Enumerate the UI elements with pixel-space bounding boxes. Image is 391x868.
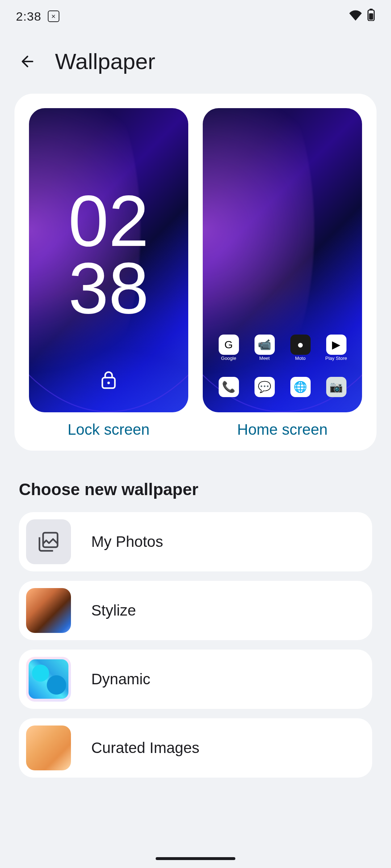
home-screen-preview[interactable]: GGoogle 📹Meet ●Moto ▶Play Store 📞 💬 🌐 📷 … — [203, 108, 362, 438]
status-bar: 2:38 × — [0, 0, 391, 33]
lock-clock: 02 38 — [29, 187, 188, 322]
app-icon: ● — [290, 335, 311, 355]
app-icon: G — [219, 335, 239, 355]
section-heading: Choose new wallpaper — [0, 451, 391, 512]
gesture-nav-bar[interactable] — [156, 857, 235, 860]
lock-screen-preview[interactable]: 02 38 Lock screen — [29, 108, 188, 438]
wifi-icon — [349, 9, 362, 24]
battery-icon — [367, 9, 375, 24]
svg-rect-5 — [43, 533, 58, 547]
lock-screen-label: Lock screen — [68, 421, 150, 438]
category-label: My Photos — [91, 533, 163, 550]
app-icon: 💬 — [255, 377, 275, 397]
app-icon: 📹 — [255, 335, 275, 355]
arrow-left-icon — [19, 53, 36, 70]
stylize-thumb — [26, 588, 71, 633]
category-label: Curated Images — [91, 739, 199, 757]
app-icon: 🌐 — [290, 377, 311, 397]
page-header: Wallpaper — [0, 33, 391, 94]
category-my-photos[interactable]: My Photos — [19, 512, 372, 571]
home-app-grid: GGoogle 📹Meet ●Moto ▶Play Store 📞 💬 🌐 📷 — [203, 335, 362, 397]
no-sim-icon: × — [48, 10, 59, 22]
category-stylize[interactable]: Stylize — [19, 581, 372, 640]
svg-rect-2 — [369, 13, 373, 20]
curated-thumb — [26, 726, 71, 770]
category-dynamic[interactable]: Dynamic — [19, 650, 372, 709]
home-screen-label: Home screen — [237, 421, 328, 438]
category-label: Stylize — [91, 602, 136, 619]
photo-library-icon — [38, 531, 59, 553]
svg-point-4 — [108, 382, 110, 384]
dynamic-thumb — [26, 657, 71, 702]
wallpaper-categories: My Photos Stylize Dynamic Curated Images — [0, 512, 391, 778]
category-label: Dynamic — [91, 671, 150, 688]
status-time: 2:38 — [16, 9, 41, 24]
category-curated[interactable]: Curated Images — [19, 718, 372, 778]
app-icon: 📞 — [219, 377, 239, 397]
back-button[interactable] — [16, 50, 39, 73]
page-title: Wallpaper — [55, 48, 155, 74]
app-icon: 📷 — [326, 377, 346, 397]
lock-icon — [100, 370, 117, 391]
my-photos-thumb — [26, 519, 71, 564]
app-icon: ▶ — [326, 335, 346, 355]
previews-card: 02 38 Lock screen GGoogle 📹Meet ●Moto ▶P… — [14, 94, 377, 451]
